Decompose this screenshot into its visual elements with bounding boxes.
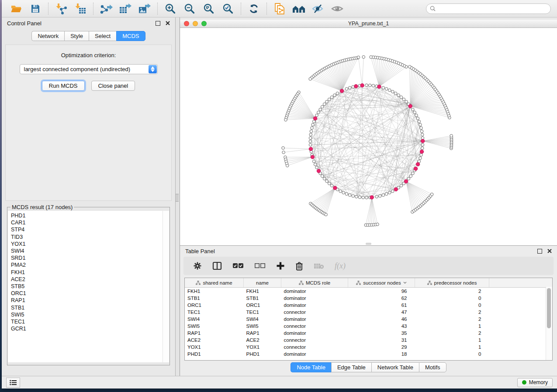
ring-node[interactable] — [311, 127, 314, 130]
table-cell[interactable]: FKH1 — [185, 288, 244, 295]
ring-node[interactable] — [345, 87, 348, 90]
ring-node[interactable] — [325, 100, 329, 103]
ring-node[interactable] — [348, 86, 351, 89]
ring-node[interactable] — [328, 98, 331, 101]
table-cell[interactable]: SWI5 — [244, 323, 281, 330]
table-cell[interactable]: 1 — [415, 344, 489, 351]
ring-node[interactable] — [420, 130, 423, 133]
table-cell[interactable]: 1 — [415, 323, 489, 330]
table-cell[interactable]: 0 — [415, 351, 489, 358]
ring-node[interactable] — [319, 108, 322, 111]
leaf-node[interactable] — [450, 134, 453, 138]
table-cell[interactable] — [489, 330, 553, 337]
leaf-node[interactable] — [286, 164, 289, 167]
ring-node[interactable] — [309, 133, 312, 136]
table-cell[interactable] — [489, 316, 553, 323]
table-cell[interactable] — [489, 344, 553, 351]
ring-node[interactable] — [421, 133, 424, 136]
mcds-hub-node[interactable] — [370, 196, 374, 199]
minimize-window-button[interactable] — [193, 21, 198, 26]
mcds-result-list[interactable]: PHD1CAR1STP4TID3YOX1SWI4SRD1PMA2FKH1ACE2… — [8, 211, 169, 362]
mcds-hub-node[interactable] — [340, 89, 344, 93]
ring-node[interactable] — [311, 123, 315, 126]
table-cell[interactable]: 43 — [348, 323, 415, 330]
ring-node[interactable] — [385, 193, 388, 196]
ring-node[interactable] — [325, 180, 329, 183]
table-row[interactable]: ACE2ACE2connector311 — [185, 337, 553, 344]
mcds-hub-node[interactable] — [309, 147, 313, 151]
table-scrollbar[interactable] — [546, 287, 552, 360]
show-all-button[interactable] — [330, 2, 345, 15]
ring-node[interactable] — [407, 177, 410, 180]
table-cell[interactable]: STB1 — [185, 295, 244, 302]
table-cell[interactable]: 0 — [415, 302, 489, 309]
close-panel-button[interactable]: Close panel — [91, 81, 135, 91]
leaf-node[interactable] — [325, 213, 328, 216]
ring-node[interactable] — [358, 196, 361, 199]
table-row[interactable]: SWI4SWI4dominator462 — [185, 316, 553, 323]
table-cell[interactable]: YOX1 — [244, 344, 281, 351]
ring-node[interactable] — [388, 89, 391, 92]
ring-node[interactable] — [342, 191, 345, 194]
table-cell[interactable]: TEC1 — [244, 309, 281, 316]
table-row[interactable]: RAP1RAP1dominator352 — [185, 330, 553, 337]
mcds-hub-node[interactable] — [333, 186, 337, 190]
table-cell[interactable] — [489, 309, 553, 316]
table-cell[interactable]: SWI4 — [244, 316, 281, 323]
ring-node[interactable] — [333, 94, 336, 97]
export-network-button[interactable] — [99, 2, 114, 15]
export-table-button[interactable] — [118, 2, 133, 15]
ring-node[interactable] — [315, 166, 318, 169]
mcds-hub-node[interactable] — [311, 155, 315, 159]
table-cell[interactable]: 96 — [348, 288, 415, 295]
table-cell[interactable]: 47 — [348, 309, 415, 316]
import-network-button[interactable] — [54, 2, 69, 15]
tab-edge-table[interactable]: Edge Table — [331, 362, 371, 372]
column-header-MCDS-role[interactable]: MCDS role — [281, 278, 348, 288]
ring-node[interactable] — [321, 105, 324, 108]
mcds-hub-node[interactable] — [414, 167, 418, 171]
delete-table-button[interactable] — [314, 262, 324, 269]
table-cell[interactable]: 35 — [348, 330, 415, 337]
import-table-button[interactable] — [73, 2, 88, 15]
leaf-node[interactable] — [282, 151, 285, 154]
table-cell[interactable]: dominator — [281, 330, 348, 337]
mcds-hub-node[interactable] — [420, 150, 424, 154]
ring-node[interactable] — [312, 160, 315, 163]
leaf-node[interactable] — [284, 118, 287, 121]
close-panel-icon[interactable] — [166, 21, 170, 25]
result-list-scrollbar[interactable] — [163, 211, 169, 362]
ring-node[interactable] — [375, 195, 378, 198]
column-header-successor-nodes[interactable]: successor nodes — [348, 278, 415, 288]
ring-node[interactable] — [321, 175, 324, 178]
table-cell[interactable]: ORC1 — [244, 302, 281, 309]
table-scrollbar-thumb[interactable] — [547, 288, 551, 328]
leaf-node[interactable] — [309, 78, 312, 81]
table-cell[interactable]: ACE2 — [244, 337, 281, 344]
ring-node[interactable] — [362, 196, 365, 199]
ring-node[interactable] — [352, 195, 355, 198]
table-cell[interactable] — [489, 302, 553, 309]
table-cell[interactable]: 18 — [348, 351, 415, 358]
ring-node[interactable] — [391, 190, 394, 193]
close-table-panel-icon[interactable] — [547, 249, 552, 253]
tab-node-table[interactable]: Node Table — [291, 362, 331, 372]
table-row[interactable]: TEC1TEC1connector472 — [185, 309, 553, 316]
mcds-hub-node[interactable] — [394, 187, 398, 191]
mcds-hub-node[interactable] — [377, 85, 381, 89]
delete-column-button[interactable] — [295, 261, 303, 271]
table-cell[interactable]: ACE2 — [185, 337, 244, 344]
table-settings-button[interactable] — [193, 261, 202, 270]
leaf-node[interactable] — [357, 56, 360, 59]
ring-node[interactable] — [315, 114, 318, 117]
ring-node[interactable] — [400, 184, 403, 187]
mcds-hub-node[interactable] — [404, 179, 408, 183]
ring-node[interactable] — [309, 140, 312, 143]
table-cell[interactable] — [489, 337, 553, 344]
ring-node[interactable] — [368, 84, 371, 87]
table-cell[interactable]: FKH1 — [244, 288, 281, 295]
table-cell[interactable]: RAP1 — [244, 330, 281, 337]
table-cell[interactable]: connector — [281, 323, 348, 330]
table-cell[interactable]: 62 — [348, 295, 415, 302]
leaf-node[interactable] — [362, 55, 365, 58]
